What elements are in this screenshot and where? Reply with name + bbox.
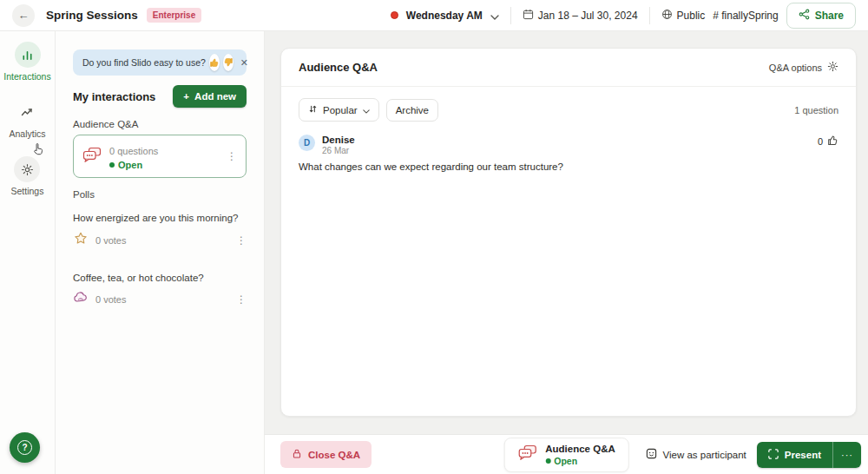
share-icon (799, 9, 810, 23)
event-hashtag[interactable]: # finallySpring (713, 10, 778, 22)
live-indicator-icon (391, 11, 398, 19)
event-title: Spring Sessions (46, 9, 138, 22)
qa-card-selected[interactable]: 0 questions Open ⋮ (73, 135, 247, 178)
help-button[interactable]: ? (10, 432, 40, 463)
view-as-participant-button[interactable]: View as participant (646, 448, 746, 461)
footer-right-cluster: View as participant Present ··· (646, 442, 862, 468)
close-qa-label: Close Q&A (308, 450, 360, 460)
qa-toolbar: Popular Archive 1 question (281, 87, 856, 122)
rail-label: Settings (11, 186, 44, 196)
question-meta: Denise 26 Mar (322, 135, 355, 155)
visibility-status[interactable]: Public (661, 9, 706, 23)
qa-detail-title: Audience Q&A (299, 61, 378, 74)
qa-status-label: Open (118, 160, 142, 170)
poll-votes: 0 votes (95, 294, 126, 305)
present-screen-icon (768, 449, 779, 461)
enterprise-badge: Enterprise (147, 8, 201, 23)
question-item: D Denise 26 Mar 0 What changes can we ex… (281, 122, 856, 185)
feedback-question: Do you find Slido easy to use? (82, 57, 206, 68)
view-as-participant-label: View as participant (663, 450, 746, 460)
qa-status: Open (109, 160, 158, 170)
more-options-icon: ··· (841, 450, 853, 460)
chevron-down-icon[interactable] (490, 8, 499, 23)
question-date: 26 Mar (322, 146, 355, 155)
slido-admin-app: ← Spring Sessions Enterprise Wednesday A… (0, 0, 868, 474)
qa-detail-card: Audience Q&A Q&A options Popular Archive (280, 48, 857, 417)
sidebar-item-analytics[interactable]: Analytics (9, 99, 45, 139)
share-button[interactable]: Share (786, 3, 856, 29)
date-range-text: Jan 18 – Jul 30, 2024 (538, 10, 638, 22)
feedback-banner: Do you find Slido easy to use? ✕ (73, 49, 247, 76)
mouse-cursor-icon (33, 142, 45, 160)
gear-icon (14, 156, 40, 182)
qa-options-label: Q&A options (769, 63, 822, 73)
archive-label: Archive (396, 105, 429, 115)
gear-icon (827, 61, 838, 74)
qa-card-texts: 0 questions Open (109, 142, 158, 170)
thumbs-down-button[interactable] (223, 54, 233, 71)
like-count: 0 (818, 136, 823, 147)
qa-options-button[interactable]: Q&A options (769, 61, 838, 74)
question-count: 1 question (794, 105, 838, 115)
plus-icon: + (183, 91, 189, 102)
interactions-panel: Do you find Slido easy to use? ✕ My inte… (56, 31, 265, 474)
qa-question-count: 0 questions (109, 146, 158, 156)
active-interaction-title: Audience Q&A (545, 444, 615, 454)
star-rating-icon (73, 231, 89, 250)
poll-title: Coffee, tea, or hot chocolate? (73, 273, 247, 283)
main-area: Audience Q&A Q&A options Popular Archive (265, 31, 868, 474)
poll-item[interactable]: How energized are you this morning? 0 vo… (73, 213, 247, 250)
line-chart-icon (14, 99, 40, 125)
present-more-button[interactable]: ··· (832, 442, 861, 468)
thumbs-up-icon (209, 57, 220, 68)
footer-bar: Close Q&A Audience Q&A Open (265, 434, 868, 474)
active-interaction-texts: Audience Q&A Open (545, 444, 615, 466)
archive-button[interactable]: Archive (386, 99, 438, 122)
visibility-text: Public (677, 10, 706, 22)
poll-meta: 0 votes ⋮ (73, 291, 247, 307)
sort-icon (308, 104, 318, 115)
status-dot-icon (545, 458, 550, 464)
close-icon[interactable]: ✕ (240, 57, 248, 69)
body-layout: Interactions Analytics Settings Do you f… (0, 31, 868, 474)
present-button[interactable]: Present (757, 442, 832, 468)
thumbs-up-button[interactable] (209, 54, 220, 71)
active-interaction-status: Open (545, 456, 615, 466)
sort-popular-button[interactable]: Popular (299, 98, 379, 122)
question-text: What changes can we expect regarding our… (299, 161, 838, 172)
header-right-cluster: Wednesday AM Jan 18 – Jul 30, 2024 Publi… (391, 3, 856, 29)
poll-votes: 0 votes (95, 235, 126, 246)
thumbs-down-icon (223, 57, 233, 68)
close-qa-button[interactable]: Close Q&A (280, 441, 372, 468)
my-interactions-header: My interactions + Add new (73, 85, 247, 108)
back-button[interactable]: ← (12, 4, 35, 27)
poll-item[interactable]: Coffee, tea, or hot chocolate? 0 votes ⋮ (73, 273, 247, 307)
poll-title: How energized are you this morning? (73, 213, 247, 223)
question-author: Denise (322, 135, 355, 145)
active-interaction-card[interactable]: Audience Q&A Open (503, 438, 629, 472)
qa-bubbles-icon (517, 444, 536, 464)
poll-meta: 0 votes ⋮ (73, 231, 247, 250)
question-header: D Denise 26 Mar 0 (299, 135, 838, 155)
my-interactions-title: My interactions (73, 90, 155, 103)
globe-icon (661, 9, 673, 23)
divider (510, 7, 511, 24)
add-new-label: Add new (194, 91, 236, 102)
sidebar-item-interactions[interactable]: Interactions (3, 42, 50, 82)
kebab-menu-icon[interactable]: ⋮ (236, 235, 247, 246)
present-label: Present (785, 450, 821, 460)
lock-icon (292, 448, 302, 461)
rail-label: Analytics (9, 128, 45, 139)
top-header: ← Spring Sessions Enterprise Wednesday A… (0, 0, 868, 31)
sort-label: Popular (323, 105, 358, 115)
active-status-label: Open (554, 456, 577, 466)
share-label: Share (815, 10, 844, 22)
add-new-button[interactable]: + Add new (173, 85, 247, 108)
kebab-menu-icon[interactable]: ⋮ (227, 151, 237, 161)
like-button[interactable]: 0 (818, 135, 838, 148)
qa-card-header: Audience Q&A Q&A options (281, 49, 856, 87)
sidebar-item-settings[interactable]: Settings (11, 156, 44, 196)
divider (649, 7, 650, 24)
room-selector[interactable]: Wednesday AM (406, 10, 483, 22)
kebab-menu-icon[interactable]: ⋮ (236, 294, 247, 305)
